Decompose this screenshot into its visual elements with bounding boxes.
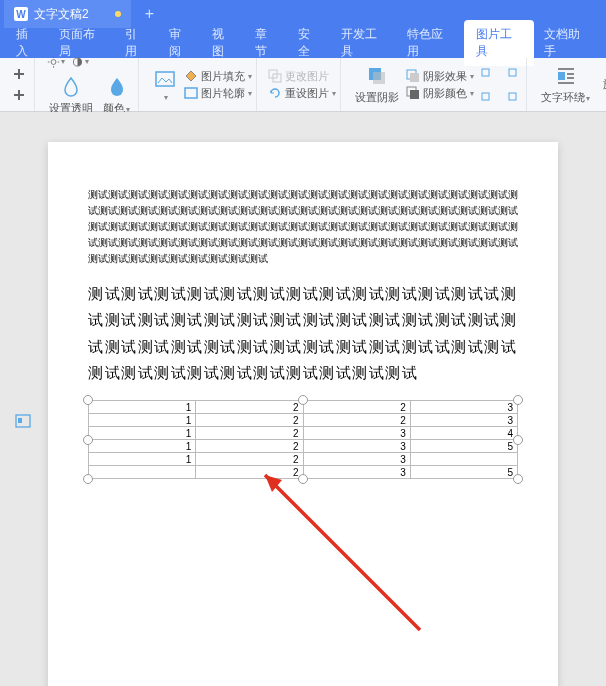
shadow-color-button[interactable]: 阴影颜色▾ <box>405 85 474 101</box>
tool-group-arrange: 文字环绕▾ 旋 <box>533 58 606 111</box>
body-text-small[interactable]: 测试测试测试测试测试测试测试测试测试测试测试测试测试测试测试测试测试测试测试测试… <box>88 187 518 267</box>
resize-handle-top-left[interactable] <box>83 395 93 405</box>
resize-handle-bottom-center[interactable] <box>298 474 308 484</box>
tool-group-adjust <box>4 58 35 111</box>
document-page[interactable]: 测试测试测试测试测试测试测试测试测试测试测试测试测试测试测试测试测试测试测试测试… <box>48 142 558 686</box>
svg-rect-24 <box>558 68 574 70</box>
text-wrap-button[interactable]: 文字环绕▾ <box>537 62 594 107</box>
color-button[interactable]: 颜色▾ <box>99 73 134 118</box>
reset-icon <box>267 85 283 101</box>
svg-rect-21 <box>509 69 516 76</box>
increment-button-2[interactable] <box>8 85 30 105</box>
nudge-down-right-button[interactable] <box>500 85 522 105</box>
toolbar: ▾ ▾ 设置透明 颜色▾ ▾ 图片填充▾ <box>0 58 606 112</box>
svg-rect-15 <box>373 72 385 84</box>
swap-icon <box>267 68 283 84</box>
color-droplet-icon <box>105 75 129 99</box>
rotate-button[interactable]: 旋 <box>596 75 606 94</box>
workspace: 测试测试测试测试测试测试测试测试测试测试测试测试测试测试测试测试测试测试测试测试… <box>0 112 606 686</box>
picture-frame-icon <box>153 67 177 91</box>
droplet-icon <box>59 75 83 99</box>
resize-handle-top-center[interactable] <box>298 395 308 405</box>
increment-button[interactable] <box>8 64 30 84</box>
bucket-icon <box>183 68 199 84</box>
resize-handle-bottom-left[interactable] <box>83 474 93 484</box>
nudge-up-right-button[interactable] <box>500 64 522 84</box>
svg-point-4 <box>51 59 56 64</box>
body-text-large[interactable]: 测试测试测试测试测试测试测试测试测试测试测试测试试测试测试测试测试测试测试测试测… <box>88 281 518 386</box>
table-row: 1234 <box>89 427 518 440</box>
svg-rect-1 <box>14 73 24 75</box>
text-wrap-icon <box>554 64 578 88</box>
caret-icon: ▾ <box>470 89 474 98</box>
resize-handle-right-center[interactable] <box>513 435 523 445</box>
outline-icon <box>183 85 199 101</box>
unsaved-indicator-icon <box>115 11 121 17</box>
svg-rect-26 <box>567 73 574 75</box>
word-doc-icon: W <box>14 7 28 21</box>
svg-rect-11 <box>185 88 197 98</box>
resize-handle-left-center[interactable] <box>83 435 93 445</box>
resize-handle-top-right[interactable] <box>513 395 523 405</box>
resize-handle-bottom-right[interactable] <box>513 474 523 484</box>
shadow-box-icon <box>405 68 421 84</box>
caret-icon: ▾ <box>85 57 89 66</box>
contrast-button[interactable]: ▾ <box>69 52 91 72</box>
shadow-effect-button[interactable]: 阴影效果▾ <box>405 68 474 84</box>
svg-rect-25 <box>558 72 565 80</box>
caret-icon: ▾ <box>164 93 168 102</box>
svg-rect-19 <box>410 90 419 99</box>
svg-rect-3 <box>14 94 24 96</box>
picture-outline-button[interactable]: 图片轮廓▾ <box>183 85 252 101</box>
shadow-settings-button[interactable]: 设置阴影 <box>351 62 403 107</box>
svg-rect-28 <box>558 82 574 84</box>
caret-icon: ▾ <box>332 89 336 98</box>
svg-rect-27 <box>567 77 574 79</box>
picture-fill-button[interactable]: 图片填充▾ <box>183 68 252 84</box>
change-picture-button[interactable]: 更改图片 <box>267 68 336 84</box>
svg-rect-23 <box>509 93 516 100</box>
svg-rect-20 <box>482 69 489 76</box>
table-row: 123 <box>89 453 518 466</box>
shadow-icon <box>365 64 389 88</box>
caret-icon: ▾ <box>586 94 590 103</box>
shadow-color-icon <box>405 85 421 101</box>
table-row: 1235 <box>89 440 518 453</box>
tool-group-styles: ▾ 图片填充▾ 图片轮廓▾ <box>145 58 257 111</box>
nudge-down-left-button[interactable] <box>476 85 498 105</box>
data-table[interactable]: 1223 1223 1234 1235 123 235 <box>88 400 518 479</box>
svg-rect-30 <box>18 418 22 423</box>
tool-group-shadow: 设置阴影 阴影效果▾ 阴影颜色▾ <box>347 58 527 111</box>
transparency-button[interactable]: 设置透明 <box>45 73 97 118</box>
layout-options-button[interactable] <box>14 412 32 430</box>
table-row: 1223 <box>89 414 518 427</box>
selected-table-object[interactable]: 1223 1223 1234 1235 123 235 <box>88 400 518 479</box>
tool-group-transparency: ▾ ▾ 设置透明 颜色▾ <box>41 58 139 111</box>
svg-rect-17 <box>410 73 419 82</box>
picture-frame-button[interactable]: ▾ <box>149 65 181 104</box>
svg-rect-22 <box>482 93 489 100</box>
nudge-up-left-button[interactable] <box>476 64 498 84</box>
caret-icon: ▾ <box>470 72 474 81</box>
caret-icon: ▾ <box>248 72 252 81</box>
brightness-button[interactable]: ▾ <box>45 52 67 72</box>
svg-rect-10 <box>156 72 174 86</box>
caret-icon: ▾ <box>248 89 252 98</box>
caret-icon: ▾ <box>61 57 65 66</box>
tool-group-change: 更改图片 重设图片▾ <box>263 58 341 111</box>
reset-picture-button[interactable]: 重设图片▾ <box>267 85 336 101</box>
